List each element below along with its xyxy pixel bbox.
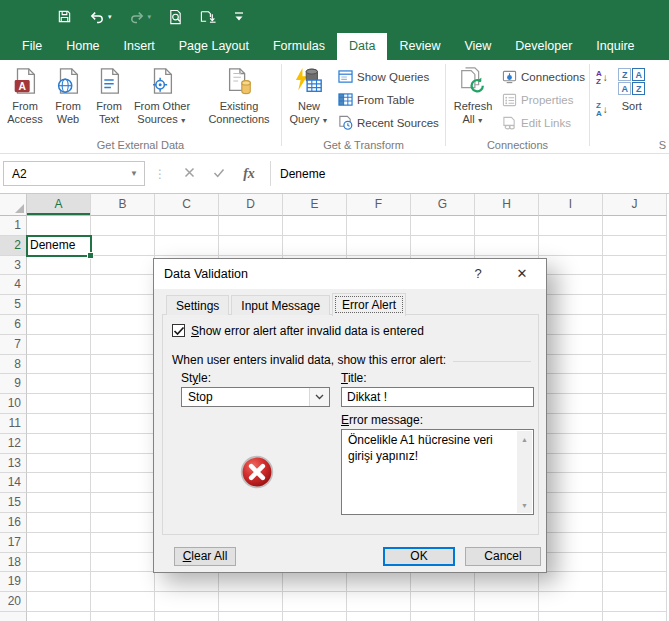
existing-connections-button[interactable]: Existing Connections — [198, 63, 280, 126]
cell-A1[interactable] — [27, 216, 91, 236]
tab-file[interactable]: File — [10, 33, 54, 60]
tab-inquire[interactable]: Inquire — [584, 33, 646, 60]
row-header-2[interactable]: 2 — [0, 236, 27, 256]
cell-B13[interactable] — [91, 454, 155, 474]
cell-A4[interactable] — [27, 275, 91, 295]
cell-F1[interactable] — [347, 216, 411, 236]
cell-B14[interactable] — [91, 473, 155, 493]
save-sync-button[interactable] — [200, 9, 217, 25]
scroll-down-icon[interactable]: ▼ — [517, 498, 532, 512]
cell-B6[interactable] — [91, 315, 155, 335]
cell-F21[interactable] — [347, 612, 411, 621]
print-preview-button[interactable] — [168, 9, 183, 25]
row-header-14[interactable]: 14 — [0, 473, 27, 493]
column-header-G[interactable]: G — [411, 194, 475, 216]
undo-dropdown-icon[interactable]: ▾ — [108, 13, 112, 20]
cell-A8[interactable] — [27, 355, 91, 375]
refresh-all-button[interactable]: Refresh All▼ — [449, 63, 497, 127]
cell-C19[interactable] — [155, 572, 219, 592]
cell-D21[interactable] — [219, 612, 283, 621]
cell-B15[interactable] — [91, 493, 155, 513]
tab-error-alert[interactable]: Error Alert — [332, 293, 406, 316]
cell-D1[interactable] — [219, 216, 283, 236]
cell-I13[interactable] — [539, 454, 603, 474]
cell-I3[interactable] — [539, 256, 603, 276]
from-web-button[interactable]: From Web — [48, 63, 88, 126]
cell-G21[interactable] — [411, 612, 475, 621]
cell-B5[interactable] — [91, 295, 155, 315]
cell-I2[interactable] — [539, 236, 603, 256]
cell-J7[interactable] — [603, 335, 667, 355]
from-text-button[interactable]: From Text — [88, 63, 130, 126]
customize-quick-access-toolbar-button[interactable] — [234, 11, 244, 22]
cell-J14[interactable] — [603, 473, 667, 493]
column-header-E[interactable]: E — [283, 194, 347, 216]
cell-I4[interactable] — [539, 275, 603, 295]
cell-B19[interactable] — [91, 572, 155, 592]
row-header-18[interactable]: 18 — [0, 553, 27, 573]
column-header-D[interactable]: D — [219, 194, 283, 216]
tab-data[interactable]: Data — [337, 33, 387, 60]
tab-developer[interactable]: Developer — [503, 33, 584, 60]
cell-I15[interactable] — [539, 493, 603, 513]
connections-button[interactable]: Connections — [497, 65, 589, 88]
row-header-1[interactable]: 1 — [0, 216, 27, 236]
tab-page-layout[interactable]: Page Layout — [167, 33, 261, 60]
cell-A10[interactable] — [27, 394, 91, 414]
row-header-3[interactable]: 3 — [0, 256, 27, 276]
cell-I5[interactable] — [539, 295, 603, 315]
select-all-corner[interactable] — [0, 194, 27, 216]
cell-A2[interactable]: Deneme — [27, 236, 91, 256]
row-header-11[interactable]: 11 — [0, 414, 27, 434]
recent-sources-button[interactable]: Recent Sources — [333, 111, 443, 134]
cell-H1[interactable] — [475, 216, 539, 236]
clear-all-button[interactable]: Clear All — [174, 547, 236, 566]
chevron-down-icon[interactable] — [309, 388, 329, 406]
column-header-H[interactable]: H — [475, 194, 539, 216]
cell-I6[interactable] — [539, 315, 603, 335]
cell-C1[interactable] — [155, 216, 219, 236]
cell-F20[interactable] — [347, 592, 411, 612]
row-header-7[interactable]: 7 — [0, 335, 27, 355]
cell-A21[interactable] — [27, 612, 91, 621]
cell-J16[interactable] — [603, 513, 667, 533]
cell-I7[interactable] — [539, 335, 603, 355]
cell-F2[interactable] — [347, 236, 411, 256]
sort-descending-button[interactable]: ZA ↓ — [596, 99, 608, 121]
cell-A15[interactable] — [27, 493, 91, 513]
cell-F19[interactable] — [347, 572, 411, 592]
cell-C21[interactable] — [155, 612, 219, 621]
cell-I16[interactable] — [539, 513, 603, 533]
cell-B20[interactable] — [91, 592, 155, 612]
ok-button[interactable]: OK — [383, 547, 455, 566]
row-header-17[interactable]: 17 — [0, 533, 27, 553]
cell-B21[interactable] — [91, 612, 155, 621]
cell-E19[interactable] — [283, 572, 347, 592]
scrollbar[interactable]: ▲ ▼ — [517, 431, 532, 513]
cell-A14[interactable] — [27, 473, 91, 493]
from-access-button[interactable]: A From Access — [2, 63, 48, 126]
cell-B11[interactable] — [91, 414, 155, 434]
column-header-I[interactable]: I — [539, 194, 603, 216]
tab-home[interactable]: Home — [54, 33, 111, 60]
name-box[interactable]: A2 ▼ — [3, 161, 145, 186]
cell-I21[interactable] — [539, 612, 603, 621]
insert-function-button[interactable]: fx — [234, 166, 264, 182]
cell-J17[interactable] — [603, 533, 667, 553]
cancel-button[interactable]: Cancel — [465, 547, 541, 566]
cell-B2[interactable] — [91, 236, 155, 256]
cell-A12[interactable] — [27, 434, 91, 454]
show-error-alert-label[interactable]: Show error alert after invalid data is e… — [191, 324, 424, 338]
cell-C2[interactable] — [155, 236, 219, 256]
cell-B18[interactable] — [91, 553, 155, 573]
save-button[interactable] — [57, 9, 72, 24]
cell-A20[interactable] — [27, 592, 91, 612]
cell-I11[interactable] — [539, 414, 603, 434]
row-header-19[interactable]: 19 — [0, 572, 27, 592]
cell-H19[interactable] — [475, 572, 539, 592]
cell-B10[interactable] — [91, 394, 155, 414]
cell-I1[interactable] — [539, 216, 603, 236]
cell-A13[interactable] — [27, 454, 91, 474]
cell-E2[interactable] — [283, 236, 347, 256]
cell-J8[interactable] — [603, 355, 667, 375]
